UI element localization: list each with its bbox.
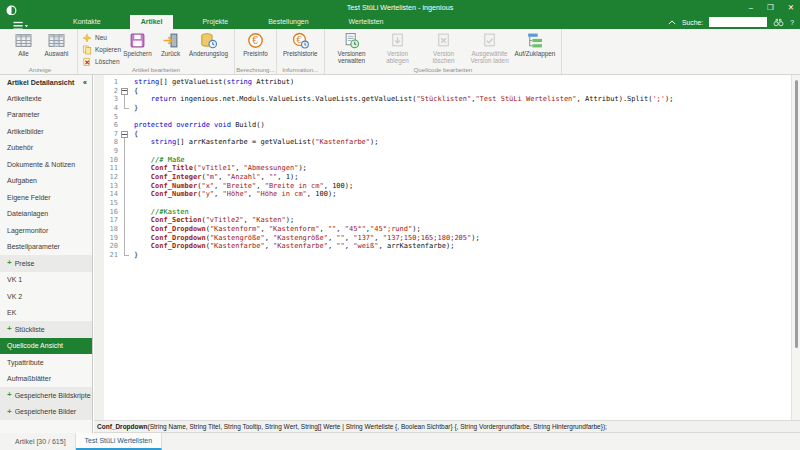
- code-text: Conf_Dropdown("Kastengröße", "Kastengröß…: [130, 234, 480, 243]
- fold-marker[interactable]: [120, 182, 130, 191]
- sidebar-item-dokumente-notizen[interactable]: Dokumente & Notizen: [0, 156, 92, 173]
- sidebar-item-gespeicherte-bilder[interactable]: +Gespeicherte Bilder: [0, 404, 92, 421]
- zurück-button[interactable]: Zurück: [154, 31, 187, 58]
- neu-button[interactable]: Neu: [82, 32, 121, 43]
- code-line: 17 Conf_Section("vTitle2", "Kasten");: [104, 216, 788, 225]
- fold-marker[interactable]: [120, 130, 130, 139]
- sidebar-item-aufmaßblätter[interactable]: Aufmaßblätter: [0, 371, 92, 388]
- fold-marker[interactable]: [120, 216, 130, 225]
- close-button[interactable]: ✕: [788, 3, 794, 12]
- line-number: 17: [104, 216, 120, 225]
- button-label: Speichern: [123, 50, 151, 57]
- code-line: 6protected override void Build(): [104, 121, 788, 130]
- code-line: 8 string[] arrKastenfarbe = getValueList…: [104, 138, 788, 147]
- menu-tab-artikel[interactable]: Artikel: [130, 15, 174, 29]
- price-history-icon: €: [292, 32, 309, 49]
- kopieren-button[interactable]: Kopieren: [82, 44, 121, 55]
- sidebar-item-vk-1[interactable]: VK 1: [0, 272, 92, 289]
- fold-marker[interactable]: [120, 147, 130, 156]
- fold-marker[interactable]: [120, 138, 130, 147]
- code-line: 19 Conf_Dropdown("Kastengröße", "Kasteng…: [104, 234, 788, 243]
- preishistorie-button[interactable]: €Preishistorie: [281, 31, 320, 58]
- button-label: Preishistorie: [283, 50, 318, 57]
- sidebar-item-dateianlagen[interactable]: Dateianlagen: [0, 206, 92, 223]
- hint-signature: (String Name, String Titel, String Toolt…: [148, 423, 607, 430]
- menu-tab-wertelisten[interactable]: Wertelisten: [338, 15, 395, 29]
- code-text: //#Kasten: [130, 208, 189, 217]
- auf-zuklappen-button[interactable]: Auf/Zuklappen: [513, 31, 558, 58]
- collapse-ribbon-icon[interactable]: [668, 19, 676, 25]
- document-tab-artikel-30-615[interactable]: Artikel [30 / 615]: [6, 433, 76, 450]
- sidebar-item-artikeltexte[interactable]: Artikeltexte: [0, 90, 92, 107]
- fold-marker[interactable]: [120, 199, 130, 208]
- sidebar-item-parameter[interactable]: Parameter: [0, 107, 92, 124]
- menu-tab-kontakte[interactable]: Kontakte: [62, 15, 112, 29]
- fold-marker[interactable]: [120, 95, 130, 104]
- sidebar-item-lagermonitor[interactable]: Lagermonitor: [0, 222, 92, 239]
- versionen-verwalten-button[interactable]: Versionen verwalten: [329, 31, 375, 65]
- sidebar-item-zubehör[interactable]: Zubehör: [0, 140, 92, 157]
- sidebar-item-gespeicherte-bildskripte[interactable]: +Gespeicherte Bildskripte: [0, 387, 92, 404]
- version-delete-icon: [435, 32, 452, 49]
- maximize-button[interactable]: ❐: [767, 3, 774, 12]
- fold-marker[interactable]: [120, 156, 130, 165]
- fold-marker[interactable]: [120, 104, 130, 113]
- sidebar-item-preise[interactable]: +Preise: [0, 255, 92, 272]
- fold-marker[interactable]: [120, 164, 130, 173]
- search-label: Suche:: [682, 19, 703, 26]
- änderungslog-button[interactable]: Änderungslog: [187, 31, 230, 58]
- code-line: 21}: [104, 251, 788, 260]
- fold-marker[interactable]: [120, 251, 130, 260]
- sidebar-item-artikelbilder[interactable]: Artikelbilder: [0, 123, 92, 140]
- help-button[interactable]: ?: [790, 19, 794, 26]
- sidebar-item-stückliste[interactable]: +Stückliste: [0, 321, 92, 338]
- sidebar-item-label: Parameter: [7, 111, 40, 118]
- preisinfo-button[interactable]: €Preisinfo: [239, 31, 272, 58]
- sidebar-item-eigene-felder[interactable]: Eigene Felder: [0, 189, 92, 206]
- sidebar-item-vk-2[interactable]: VK 2: [0, 288, 92, 305]
- code-text: Conf_Number("y", "Höhe", "Höhe in cm", 1…: [130, 190, 336, 199]
- code-text: Conf_Number("x", "Breite", "Breite in cm…: [130, 182, 353, 191]
- fold-marker[interactable]: [120, 190, 130, 199]
- code-line: 15: [104, 199, 788, 208]
- sidebar-item-label: Bestellparameter: [7, 243, 60, 250]
- speichern-button[interactable]: Speichern: [121, 31, 154, 58]
- fold-marker[interactable]: [120, 208, 130, 217]
- detail-sidebar: Artikel Detailansicht « ArtikeltextePara…: [0, 75, 93, 433]
- alle-button[interactable]: Alle: [7, 31, 40, 58]
- sidebar-item-label: Gespeicherte Bilder: [15, 408, 76, 415]
- sidebar-item-bestellparameter[interactable]: Bestellparameter: [0, 239, 92, 256]
- document-tab-test-stüli-wertelisten[interactable]: Test StüLi Wertelisten: [76, 433, 163, 450]
- sidebar-item-quellcode-ansicht[interactable]: Quellcode Ansicht: [0, 338, 92, 355]
- ribbon-group-label: Artikel bearbeiten: [78, 66, 234, 73]
- version-ablegen-button: Version ablegen: [375, 31, 421, 65]
- sidebar-item-typattribute[interactable]: Typattribute: [0, 354, 92, 371]
- menu-tab-projekte[interactable]: Projekte: [191, 15, 239, 29]
- code-editor[interactable]: 1string[] getValueList(string Attribut)2…: [94, 75, 800, 420]
- code-line: 5: [104, 113, 788, 122]
- fold-marker[interactable]: [120, 87, 130, 96]
- changelog-icon: [200, 32, 217, 49]
- app-menu-icon[interactable]: [12, 17, 30, 27]
- code-line: 18 Conf_Dropdown("Kastenform", "Kastenfo…: [104, 225, 788, 234]
- sidebar-collapse-icon[interactable]: «: [83, 79, 87, 86]
- search-input[interactable]: [709, 17, 767, 27]
- window-title: Test StüLi Wertelisten - ingenious: [0, 0, 800, 15]
- auswahl-button[interactable]: Auswahl: [40, 31, 73, 58]
- search-binoculars-icon[interactable]: [773, 17, 784, 27]
- minimize-button[interactable]: –: [749, 3, 753, 12]
- sidebar-item-aufgaben[interactable]: Aufgaben: [0, 173, 92, 190]
- scrollbar-thumb[interactable]: [795, 80, 798, 348]
- vertical-scrollbar[interactable]: [791, 75, 800, 420]
- fold-marker[interactable]: [120, 173, 130, 182]
- menu-tab-bestellungen[interactable]: Bestellungen: [257, 15, 319, 29]
- fold-marker[interactable]: [120, 225, 130, 234]
- sidebar-item-ek[interactable]: EK: [0, 305, 92, 322]
- fold-marker[interactable]: [120, 242, 130, 251]
- button-label: Versionen verwalten: [331, 50, 373, 64]
- ribbon-group-label: Anzeige: [3, 66, 77, 73]
- sidebar-item-label: Preise: [15, 260, 35, 267]
- fold-marker[interactable]: [120, 234, 130, 243]
- table-selection-icon: [48, 32, 65, 49]
- button-label: Alle: [18, 50, 29, 57]
